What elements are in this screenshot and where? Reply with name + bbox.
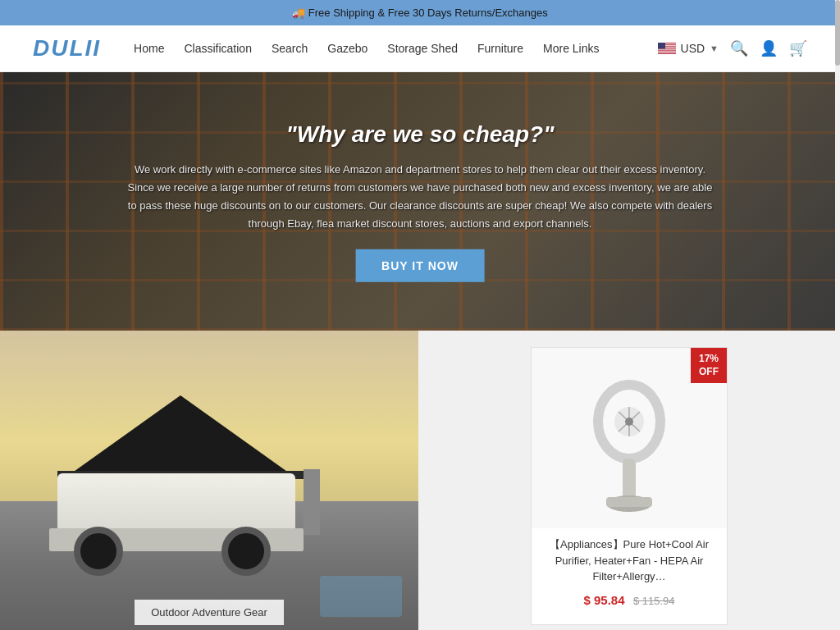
- badge-off: OFF: [697, 366, 720, 379]
- product-card[interactable]: 17% OFF: [531, 347, 728, 625]
- price-current: $ 95.84: [583, 593, 624, 607]
- cart-button[interactable]: 🛒: [789, 39, 807, 57]
- hero-banner: "Why are we so cheap?" We work directly …: [0, 72, 840, 331]
- search-button[interactable]: 🔍: [730, 39, 748, 57]
- tent-icon: [66, 395, 295, 477]
- svg-rect-6: [658, 52, 676, 53]
- product-image-svg: [580, 356, 678, 520]
- nav-search[interactable]: Search: [272, 42, 308, 55]
- wheel-left-icon: [74, 527, 123, 576]
- badge-percent: 17%: [697, 353, 720, 366]
- svg-rect-13: [606, 497, 652, 507]
- svg-rect-11: [623, 459, 636, 500]
- hero-description: We work directly with e-commerce sites l…: [126, 160, 714, 232]
- logo[interactable]: DULII: [33, 35, 101, 62]
- bottom-section: Outdoor Adventure Gear 17% OFF: [0, 331, 840, 630]
- nav-home[interactable]: Home: [134, 42, 164, 55]
- nav-classification[interactable]: Classification: [184, 42, 251, 55]
- main-nav: Home Classification Search Gazebo Storag…: [134, 42, 657, 55]
- scrollbar-track[interactable]: [835, 0, 840, 630]
- promo-overlay: Outdoor Adventure Gear: [0, 600, 418, 625]
- car-scene: [49, 461, 312, 576]
- discount-badge: 17% OFF: [691, 348, 727, 383]
- price-original: $ 115.94: [633, 595, 675, 607]
- hero-title: "Why are we so cheap?": [126, 121, 714, 147]
- nav-more-links[interactable]: More Links: [543, 42, 599, 55]
- product-price: $ 95.84 $ 115.94: [532, 590, 727, 611]
- nav-furniture[interactable]: Furniture: [477, 42, 523, 55]
- svg-rect-5: [658, 51, 676, 52]
- promo-banner[interactable]: Outdoor Adventure Gear: [0, 331, 418, 630]
- svg-rect-7: [658, 43, 665, 49]
- product-name: 【Appliances】Pure Hot+Cool Air Purifier, …: [532, 528, 727, 590]
- ladder-icon: [304, 469, 320, 535]
- promo-label: Outdoor Adventure Gear: [135, 600, 284, 625]
- car-body-main: [57, 473, 295, 535]
- header: DULII Home Classification Search Gazebo …: [0, 25, 840, 72]
- currency-selector[interactable]: USD ▼: [658, 42, 719, 55]
- scrollbar-thumb[interactable]: [835, 0, 840, 66]
- announcement-text: 🚚 Free Shipping & Free 30 Days Returns/E…: [292, 7, 548, 19]
- header-right: USD ▼ 🔍 👤 🛒: [658, 39, 807, 57]
- currency-dropdown-arrow: ▼: [710, 43, 719, 53]
- us-flag-icon: [658, 43, 676, 54]
- wheel-right-icon: [221, 527, 271, 576]
- right-products-area: 17% OFF: [418, 331, 840, 630]
- nav-storage-shed[interactable]: Storage Shed: [387, 42, 458, 55]
- currency-code: USD: [681, 42, 705, 55]
- svg-rect-4: [658, 49, 676, 50]
- account-button[interactable]: 👤: [760, 39, 778, 57]
- announcement-bar: 🚚 Free Shipping & Free 30 Days Returns/E…: [0, 0, 840, 25]
- svg-point-17: [625, 418, 633, 426]
- nav-gazebo[interactable]: Gazebo: [327, 42, 368, 55]
- hero-cta-button[interactable]: BUY IT NOW: [355, 249, 485, 282]
- hero-content: "Why are we so cheap?" We work directly …: [126, 121, 714, 281]
